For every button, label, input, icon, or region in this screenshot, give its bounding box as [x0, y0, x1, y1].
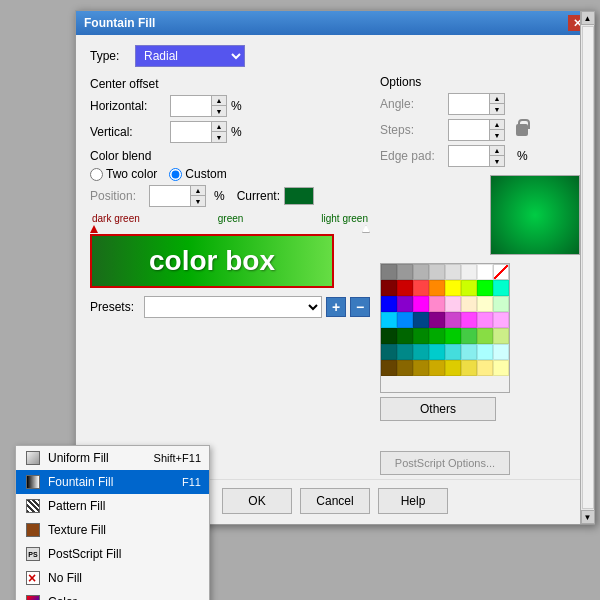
steps-up-btn[interactable]: ▲: [490, 120, 504, 130]
palette-cell[interactable]: [477, 360, 493, 376]
palette-cell[interactable]: [413, 360, 429, 376]
menu-item-pattern[interactable]: Pattern Fill: [16, 494, 209, 518]
palette-cell[interactable]: [397, 328, 413, 344]
palette-cell[interactable]: [445, 360, 461, 376]
palette-cell[interactable]: [381, 264, 397, 280]
palette-cell[interactable]: [477, 328, 493, 344]
palette-cell[interactable]: [493, 280, 509, 296]
help-button[interactable]: Help: [378, 488, 448, 514]
palette-cell[interactable]: [445, 264, 461, 280]
palette-cell[interactable]: [429, 280, 445, 296]
left-stop-marker[interactable]: [90, 225, 98, 233]
palette-cell[interactable]: [445, 312, 461, 328]
horizontal-down-btn[interactable]: ▼: [212, 106, 226, 116]
scroll-down-arrow[interactable]: ▼: [581, 510, 595, 524]
palette-cell[interactable]: [493, 328, 509, 344]
palette-cell[interactable]: [477, 264, 493, 280]
palette-cell[interactable]: [429, 296, 445, 312]
palette-cell[interactable]: [461, 344, 477, 360]
horizontal-input[interactable]: 24: [171, 96, 211, 116]
right-stop-marker[interactable]: [362, 225, 370, 233]
position-down-btn[interactable]: ▼: [191, 196, 205, 206]
menu-item-uniform[interactable]: Uniform Fill Shift+F11: [16, 446, 209, 470]
menu-item-postscript[interactable]: PS PostScript Fill: [16, 542, 209, 566]
steps-down-btn[interactable]: ▼: [490, 130, 504, 140]
palette-cell[interactable]: [477, 312, 493, 328]
palette-cell[interactable]: [461, 312, 477, 328]
palette-cell[interactable]: [429, 312, 445, 328]
palette-cell[interactable]: [381, 328, 397, 344]
palette-cell[interactable]: [445, 280, 461, 296]
current-color-swatch[interactable]: [284, 187, 314, 205]
remove-preset-btn[interactable]: −: [350, 297, 370, 317]
palette-cell[interactable]: [381, 360, 397, 376]
palette-cell[interactable]: [413, 312, 429, 328]
ok-button[interactable]: OK: [222, 488, 292, 514]
palette-cell[interactable]: [413, 280, 429, 296]
edge-pad-down-btn[interactable]: ▼: [490, 156, 504, 166]
palette-cell[interactable]: [445, 344, 461, 360]
palette-cell[interactable]: [493, 296, 509, 312]
palette-cell[interactable]: [429, 264, 445, 280]
lock-icon[interactable]: [516, 124, 528, 136]
palette-cell[interactable]: [397, 344, 413, 360]
palette-cell[interactable]: [429, 344, 445, 360]
palette-cell[interactable]: [461, 280, 477, 296]
angle-up-btn[interactable]: ▲: [490, 94, 504, 104]
palette-cell[interactable]: [461, 360, 477, 376]
palette-cell[interactable]: [413, 264, 429, 280]
menu-item-texture[interactable]: Texture Fill: [16, 518, 209, 542]
scroll-track[interactable]: [582, 26, 594, 509]
palette-cell[interactable]: [477, 280, 493, 296]
palette-cell[interactable]: [413, 296, 429, 312]
two-color-radio[interactable]: [90, 168, 103, 181]
palette-container[interactable]: [380, 263, 510, 393]
presets-select[interactable]: [144, 296, 322, 318]
menu-item-fountain[interactable]: Fountain Fill F11: [16, 470, 209, 494]
cancel-button[interactable]: Cancel: [300, 488, 370, 514]
vertical-input[interactable]: 19: [171, 122, 211, 142]
palette-cell[interactable]: [477, 296, 493, 312]
palette-cell[interactable]: [429, 360, 445, 376]
palette-cell[interactable]: [381, 296, 397, 312]
palette-cell[interactable]: [381, 344, 397, 360]
menu-item-color[interactable]: Color: [16, 590, 209, 600]
palette-cell[interactable]: [461, 264, 477, 280]
palette-cell[interactable]: [397, 280, 413, 296]
palette-cell[interactable]: [397, 264, 413, 280]
custom-radio[interactable]: [169, 168, 182, 181]
steps-input[interactable]: 256: [449, 120, 489, 140]
palette-cell[interactable]: [445, 328, 461, 344]
palette-cell[interactable]: [381, 280, 397, 296]
horizontal-up-btn[interactable]: ▲: [212, 96, 226, 106]
add-preset-btn[interactable]: +: [326, 297, 346, 317]
angle-input[interactable]: 0,0: [449, 94, 489, 114]
vertical-down-btn[interactable]: ▼: [212, 132, 226, 142]
palette-cell[interactable]: [493, 264, 509, 280]
palette-cell[interactable]: [461, 296, 477, 312]
menu-item-nofill[interactable]: No Fill: [16, 566, 209, 590]
two-color-option[interactable]: Two color: [90, 167, 157, 181]
palette-cell[interactable]: [397, 312, 413, 328]
position-input[interactable]: 0: [150, 186, 190, 206]
palette-cell[interactable]: [381, 312, 397, 328]
vertical-up-btn[interactable]: ▲: [212, 122, 226, 132]
palette-cell[interactable]: [397, 296, 413, 312]
palette-cell[interactable]: [493, 344, 509, 360]
palette-cell[interactable]: [445, 296, 461, 312]
position-up-btn[interactable]: ▲: [191, 186, 205, 196]
type-select[interactable]: Radial: [135, 45, 245, 67]
palette-cell[interactable]: [477, 344, 493, 360]
others-button[interactable]: Others: [380, 397, 496, 421]
palette-cell[interactable]: [429, 328, 445, 344]
palette-cell[interactable]: [493, 360, 509, 376]
palette-cell[interactable]: [493, 312, 509, 328]
palette-cell[interactable]: [397, 360, 413, 376]
palette-scrollbar[interactable]: ▲ ▼: [580, 11, 594, 524]
edge-pad-up-btn[interactable]: ▲: [490, 146, 504, 156]
palette-cell[interactable]: [461, 328, 477, 344]
color-box[interactable]: color box: [90, 234, 334, 288]
custom-option[interactable]: Custom: [169, 167, 226, 181]
scroll-up-arrow[interactable]: ▲: [581, 11, 595, 25]
palette-cell[interactable]: [413, 328, 429, 344]
